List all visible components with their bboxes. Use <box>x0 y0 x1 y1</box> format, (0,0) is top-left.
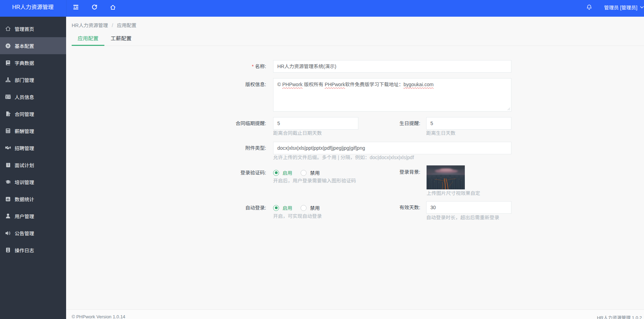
svg-text:?: ? <box>7 164 9 167</box>
